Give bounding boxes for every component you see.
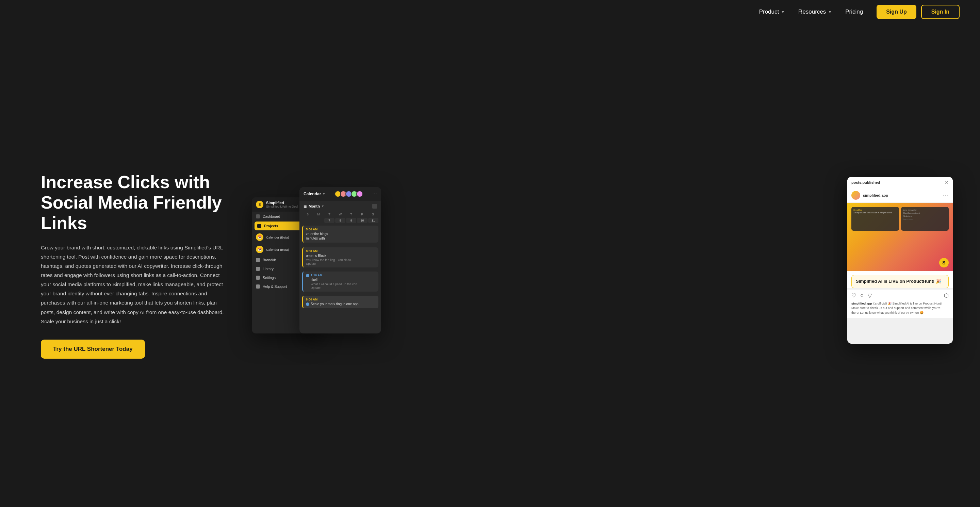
event-time-4: 8:00 AM [306, 298, 375, 301]
mini-window-1: Simplified A Simple Guide To Self Care I… [851, 207, 899, 231]
nav-buttons: Sign Up Sign In [877, 5, 959, 19]
avatar-5 [356, 191, 363, 197]
sidebar-item-label: Calender (Beta) [266, 235, 289, 239]
calendar-event-1: 5:00 AM ze entire blogsminutes with [302, 226, 379, 243]
nav-resources[interactable]: Resources ▼ [798, 8, 832, 15]
share-icon[interactable]: ▽ [868, 292, 872, 299]
social-header-title: posts.published [851, 180, 880, 184]
chevron-down-icon: ▼ [781, 10, 785, 14]
help-icon [256, 284, 260, 289]
library-icon [256, 267, 260, 271]
more-options-icon[interactable]: ··· [943, 192, 949, 198]
calendar-month-label: Month ▼ [309, 204, 324, 208]
calendar-icon-small [372, 204, 377, 208]
mini-window-2: Long form writer Short form assistant AI… [901, 207, 949, 231]
sidebar-item-label: Calender (Beta) [266, 248, 289, 251]
projects-icon [257, 224, 261, 228]
calendar-more-icon[interactable]: ⋯ [372, 191, 377, 197]
sidebar-item-label: Projects [264, 224, 278, 228]
calendar-avatars [334, 191, 363, 197]
event-sub-2: You know the fee ling - You sit do... [306, 258, 375, 262]
calendar-month-row: ▦ Month ▼ [299, 201, 381, 211]
caption-username: simplified.app [851, 302, 872, 305]
close-icon[interactable]: ✕ [945, 180, 949, 185]
sidebar-item-label: Brandkit [263, 258, 276, 262]
hero-section: Increase Clicks with Social Media Friend… [0, 24, 980, 507]
social-image: Simplified A Simple Guide To Self Care I… [847, 203, 953, 271]
check-icon-3 [306, 274, 309, 277]
hero-description: Grow your brand with short, customized, … [41, 243, 224, 326]
social-cta-text: Simplified AI is LIVE on ProductHunt! 🎉 [856, 279, 944, 284]
bookmark-icon[interactable]: ⬡ [944, 292, 949, 299]
sidebar-item-label: Library [263, 267, 274, 271]
social-caption: simplified.app It's official! 🎉 Simplifi… [847, 302, 953, 318]
social-username: simplified.app [863, 193, 888, 197]
calendar-event-3: 1:10 AM skeli What if AI could s peed up… [302, 272, 379, 292]
event-title-2: ome r's Block [306, 253, 375, 258]
mockup-calendar: Calendar ▼ ⋯ ▦ Month [299, 187, 381, 334]
mockup-social: posts.published ✕ simplified.app ··· [847, 177, 953, 344]
chevron-down-icon: ▼ [828, 10, 832, 14]
calendar-chevron-icon: ▼ [322, 192, 325, 195]
social-actions: ♡ ○ ▽ ⬡ [847, 289, 953, 302]
navbar: Product ▼ Resources ▼ Pricing Sign Up Si… [0, 0, 980, 24]
brandkit-icon [256, 258, 260, 262]
spacer2 [299, 269, 381, 270]
social-profile-bar: simplified.app ··· [847, 188, 953, 203]
event-time-3: 1:10 AM [311, 273, 360, 277]
social-cta-box: Simplified AI is LIVE on ProductHunt! 🎉 [851, 275, 949, 288]
social-logo-bottom: S [939, 258, 949, 267]
nav-product-label: Product [759, 8, 779, 15]
hero-content: Increase Clicks with Social Media Friend… [41, 172, 238, 359]
calendar-label: Calendar [304, 192, 321, 196]
like-icon[interactable]: ♡ [851, 292, 856, 299]
calendar-icon: 📅 [256, 234, 263, 241]
month-chevron-icon: ▼ [321, 205, 324, 208]
dashboard-icon [256, 215, 260, 218]
social-image-content: Simplified A Simple Guide To Self Care I… [847, 203, 953, 271]
nav-links: Product ▼ Resources ▼ Pricing [759, 8, 863, 15]
event-title-3: skeli [311, 278, 360, 282]
simplified-logo-icon: S [256, 201, 263, 208]
calendar-grid-icon: ▦ [304, 205, 307, 208]
spacer3 [299, 293, 381, 294]
nav-product[interactable]: Product ▼ [759, 8, 785, 15]
social-header: posts.published ✕ [847, 177, 953, 188]
event-update-3: Update [311, 286, 360, 289]
event-sub-3: What if AI could s peed up the con... [311, 283, 360, 286]
calendar-days: 7 8 9 10 11 [299, 218, 381, 224]
calendar-title: Calendar ▼ [304, 192, 325, 196]
social-avatar [851, 191, 860, 200]
social-profile-left: simplified.app [851, 191, 888, 200]
sidebar-brand-name: Simplified [266, 201, 298, 205]
event-title: ze entire blogsminutes with [306, 232, 375, 241]
event-update-2: Update [306, 262, 375, 265]
event-time-2: 8:00 AM [306, 250, 375, 253]
hero-visual: S Simplified Simplified Lifetime Deal Da… [252, 177, 953, 354]
check-icon-4 [306, 302, 309, 306]
calendar2-icon: 📅 [256, 246, 263, 253]
sidebar-item-label: Dashboard [263, 215, 280, 218]
mockup-container: S Simplified Simplified Lifetime Deal Da… [252, 177, 953, 354]
calendar-event-2: 8:00 AM ome r's Block You know the fee l… [302, 247, 379, 267]
event-title-4: Scale your mark ting in one app... [306, 302, 375, 306]
spacer [299, 244, 381, 246]
signup-button[interactable]: Sign Up [877, 5, 916, 19]
sidebar-brand-area: Simplified Simplified Lifetime Deal [266, 201, 298, 208]
sidebar-item-label: Settings [263, 276, 275, 280]
comment-icon[interactable]: ○ [860, 292, 864, 299]
event-content-3: 1:10 AM skeli What if AI could s peed up… [311, 273, 360, 289]
sidebar-item-label: Help & Support [263, 284, 287, 289]
nav-pricing-label: Pricing [845, 8, 863, 15]
cta-button[interactable]: Try the URL Shortener Today [41, 340, 145, 359]
calendar-day-headers: SMTWTFS [299, 211, 381, 218]
event-time: 5:00 AM [306, 228, 375, 231]
nav-resources-label: Resources [798, 8, 826, 15]
nav-pricing[interactable]: Pricing [845, 8, 863, 15]
calendar-event-4: 8:00 AM Scale your mark ting in one app.… [302, 296, 379, 308]
signin-button[interactable]: Sign In [921, 5, 959, 19]
month-text: Month [309, 204, 320, 208]
calendar-header: Calendar ▼ ⋯ [299, 187, 381, 201]
hero-title: Increase Clicks with Social Media Friend… [41, 172, 238, 233]
settings-icon [256, 276, 260, 280]
